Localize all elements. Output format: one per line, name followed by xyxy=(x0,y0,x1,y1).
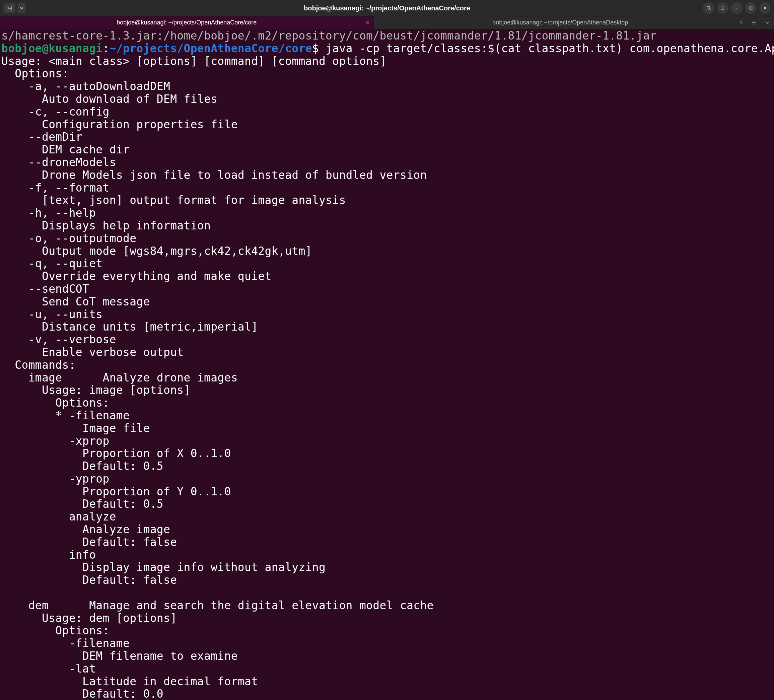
search-button[interactable] xyxy=(703,2,714,14)
new-tab-button[interactable] xyxy=(3,3,15,13)
prompt-user-host: bobjoe@kusanagi xyxy=(1,42,103,55)
terminal-output: Usage: <main class> [options] [command] … xyxy=(1,55,434,700)
tab-menu-button[interactable] xyxy=(17,3,26,13)
tab-label: bobjoe@kusanagi: ~/projects/OpenAthenaDe… xyxy=(492,19,628,26)
terminal-viewport[interactable]: s/hamcrest-core-1.3.jar:/home/bobjoe/.m2… xyxy=(0,29,774,700)
prompt-path: ~/projects/OpenAthenaCore/core xyxy=(109,42,312,55)
prompt-dollar: $ xyxy=(312,42,319,55)
terminal-previous-output: s/hamcrest-core-1.3.jar:/home/bobjoe/.m2… xyxy=(1,29,657,42)
tab-label: bobjoe@kusanagi: ~/projects/OpenAthenaCo… xyxy=(117,19,256,26)
titlebar-right-controls xyxy=(703,2,771,14)
chevron-down-icon xyxy=(765,20,770,25)
window-titlebar: bobjoe@kusanagi: ~/projects/OpenAthenaCo… xyxy=(0,0,774,16)
minimize-icon xyxy=(734,6,739,10)
add-tab-button[interactable]: + xyxy=(747,17,761,29)
svg-rect-2 xyxy=(750,7,752,9)
svg-rect-0 xyxy=(7,6,12,10)
hamburger-menu-button[interactable] xyxy=(717,2,728,14)
window-title: bobjoe@kusanagi: ~/projects/OpenAthenaCo… xyxy=(304,4,470,12)
terminal-command xyxy=(319,42,326,55)
search-icon xyxy=(706,6,711,10)
chevron-down-icon xyxy=(19,5,25,11)
tab-close-button[interactable]: × xyxy=(739,19,743,26)
tab-2[interactable]: bobjoe@kusanagi: ~/projects/OpenAthenaDe… xyxy=(374,17,748,29)
close-button[interactable] xyxy=(759,2,771,14)
svg-point-1 xyxy=(707,7,710,9)
maximize-icon xyxy=(749,6,753,10)
hamburger-icon xyxy=(720,6,725,10)
tab-close-button[interactable]: × xyxy=(366,19,369,26)
prompt-separator: : xyxy=(103,42,109,55)
terminal-icon xyxy=(7,5,12,11)
terminal-command-text: java -cp target/classes:$(cat classpath.… xyxy=(326,42,774,55)
tab-bar: bobjoe@kusanagi: ~/projects/OpenAthenaCo… xyxy=(0,16,774,29)
tab-1[interactable]: bobjoe@kusanagi: ~/projects/OpenAthenaCo… xyxy=(0,17,374,29)
minimize-button[interactable] xyxy=(731,2,743,14)
titlebar-left-controls xyxy=(3,3,26,13)
maximize-button[interactable] xyxy=(745,2,757,14)
tab-dropdown-button[interactable] xyxy=(761,17,774,29)
close-icon xyxy=(762,6,767,10)
